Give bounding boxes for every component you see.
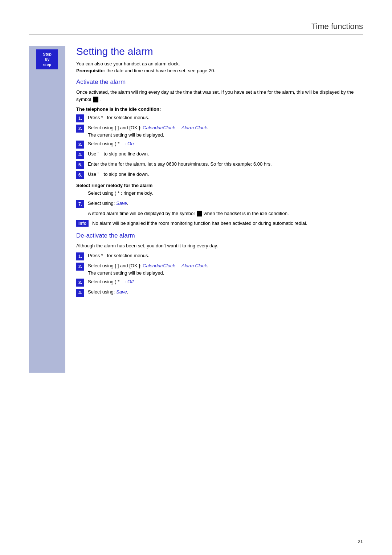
activate-heading: Activate the alarm [76,78,363,86]
step-text-4: Use ’ to skip one line down. [88,150,149,158]
step-text-5: Enter the time for the alarm, let s say … [88,161,272,168]
deactivate-step-number-2: 2. [76,263,84,271]
calendar-clock-link[interactable]: Calendar/Clock [143,125,175,130]
step-number-4: 4. [76,151,84,159]
deactivate-intro: Although the alarm has been set, you don… [76,242,363,250]
activate-step-7: 7. Select using: Save. [76,200,363,208]
step-number-6: 6. [76,171,84,179]
on-value: : On [121,141,134,146]
activate-step-6: 6. Use ’ to skip one line down. [76,171,363,179]
deactivate-heading: De-activate the alarm [76,232,363,239]
deactivate-step-text-2: Select using [ ] and [OK ]: Calendar/Clo… [88,262,208,276]
step-number-5: 5. [76,161,84,169]
condition-heading: The telephone is in the idle condition: [76,106,363,112]
deactivate-alarm-clock-link[interactable]: Alarm Clock [181,263,207,268]
page-number: 21 [358,539,363,544]
content-wrapper: Step by step Setting the alarm You can a… [29,46,363,373]
intro-text: You can also use your handset as an alar… [76,61,363,66]
step-number-7: 7. [76,200,84,208]
deactivate-step-text-4: Select using: Save. [88,288,128,296]
section-title: Setting the alarm [76,46,363,57]
step-number-2: 2. [76,125,84,133]
activate-step-2: 2. Select using [ ] and [OK ]: Calendar/… [76,124,363,138]
alarm-symbol-icon [93,97,98,102]
deactivate-step-number-4: 4. [76,289,84,297]
off-value: : Off [121,279,134,284]
deactivate-step-1: 1. Press * for selection menus. [76,252,363,260]
step-text-3: Select using ) * : On [88,140,134,147]
after-step7-text: A stored alarm time will be displayed by… [88,210,363,217]
info-text: No alarm will be signalled if the room m… [92,220,307,227]
ringer-text: Select using ) * : ringer melody. [88,190,363,197]
deactivate-step-3: 3. Select using ) * : Off [76,278,363,287]
step-text-2: Select using [ ] and [OK ]: Calendar/Clo… [88,124,208,138]
prerequisite-label: Prerequisite: [76,68,105,73]
deactivate-calendar-clock-link[interactable]: Calendar/Clock [143,263,175,268]
deactivate-step-4: 4. Select using: Save. [76,288,363,297]
sidebar: Step by step [29,46,65,373]
alarm-clock-link[interactable]: Alarm Clock [181,125,207,130]
step-number-3: 3. [76,141,84,149]
save-link-1[interactable]: Save [116,200,127,206]
info-row: Info No alarm will be signalled if the r… [76,220,363,227]
step-by-step-badge: Step by step [36,49,58,69]
activate-step-4: 4. Use ’ to skip one line down. [76,150,363,159]
deactivate-step-number-1: 1. [76,252,84,260]
page-container: Time functions Step by step Setting the … [0,0,392,555]
step-number-1: 1. [76,114,84,122]
info-badge: Info [76,220,89,227]
main-content: Setting the alarm You can also use your … [65,46,363,373]
activate-step-3: 3. Select using ) * : On [76,140,363,149]
deactivate-step-number-3: 3. [76,279,84,287]
page-title: Time functions [311,22,363,31]
deactivate-step-text-1: Press * for selection menus. [88,252,149,259]
activate-step-5: 5. Enter the time for the alarm, let s s… [76,161,363,169]
prerequisite-value: the date and time must have been set, se… [105,68,215,73]
ringer-heading: Select ringer melody for the alarm [76,183,363,188]
prerequisite-text: Prerequisite: the date and time must hav… [76,68,363,73]
deactivate-step-text-3: Select using ) * : Off [88,278,134,285]
save-link-2[interactable]: Save [116,289,127,295]
stored-alarm-symbol-icon [197,211,202,216]
page-header: Time functions [29,22,363,35]
step-text-6: Use ’ to skip one line down. [88,171,149,178]
step-text-7: Select using: Save. [88,200,128,207]
activate-description: Once activated, the alarm will ring ever… [76,89,363,103]
step-text-1: Press * for selection menus. [88,114,149,121]
activate-step-1: 1. Press * for selection menus. [76,114,363,122]
deactivate-step-2: 2. Select using [ ] and [OK ]: Calendar/… [76,262,363,276]
